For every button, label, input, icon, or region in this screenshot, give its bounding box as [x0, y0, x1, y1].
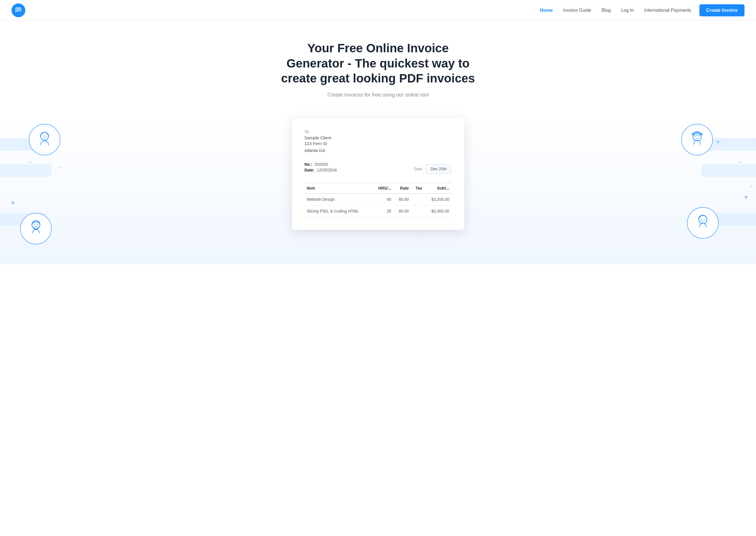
client-name: Sample Client	[305, 135, 452, 140]
svg-point-9	[698, 136, 699, 137]
invoice-date-row: Date:12/25/2016	[305, 168, 337, 172]
table-header-row: ItemHRS/...RateTaxSubt...	[305, 183, 452, 193]
table-row: Slicing PSD, & Coding HTML2580.00$2,000.…	[305, 205, 452, 217]
table-cell	[411, 205, 425, 217]
due-date-badge: Dec 25th	[426, 164, 451, 174]
svg-point-5	[37, 224, 38, 225]
nav-invoice-guide[interactable]: Invoice Guide	[563, 8, 591, 13]
decor-plus1: +	[29, 160, 32, 165]
avatar-left-top	[29, 124, 60, 155]
decor-plus-r2: +	[750, 184, 753, 189]
table-cell: Website Design	[305, 193, 373, 205]
table-cell: 80.00	[394, 193, 411, 205]
svg-point-4	[34, 224, 35, 225]
invoice-table-body: Website Design4080.00$3,200.00Slicing PS…	[305, 193, 452, 217]
hero-section: Your Free Online Invoice Generator - The…	[0, 21, 756, 98]
table-cell: 80.00	[394, 205, 411, 217]
to-label: To:	[305, 130, 452, 134]
logo-icon	[12, 3, 25, 17]
right-decor: ➤ + +	[675, 115, 756, 265]
number-label: No.:	[305, 162, 312, 167]
nav-international-payments[interactable]: International Payments	[644, 8, 691, 13]
svg-point-1	[43, 136, 44, 136]
hero-subtext: Create invoices for free using our onlin…	[6, 92, 750, 98]
svg-point-10	[699, 216, 707, 223]
table-cell: 25	[372, 205, 394, 217]
nav-home[interactable]: Home	[540, 8, 553, 13]
svg-point-11	[701, 219, 702, 220]
invoice-meta-left: No.:201000 Date:12/25/2016	[305, 162, 337, 174]
decor-plus2: +	[57, 165, 61, 171]
due-label: Due:	[414, 167, 423, 171]
table-col-header: Subt...	[425, 183, 452, 193]
due-box: Due: Dec 25th	[414, 164, 452, 174]
table-col-header: Rate	[394, 183, 411, 193]
svg-point-6	[693, 133, 701, 141]
number-value: 201000	[315, 162, 328, 167]
invoice-table: ItemHRS/...RateTaxSubt... Website Design…	[305, 183, 452, 217]
table-cell	[411, 193, 425, 205]
decor-dot-r1	[744, 196, 747, 198]
invoice-number-row: No.:201000	[305, 162, 337, 167]
invoice-meta: No.:201000 Date:12/25/2016 Due: Dec 25th	[305, 162, 452, 174]
invoice-card: To: Sample Client 123 Fern St Atlanta GA…	[292, 118, 464, 230]
address-line1: 123 Fern St	[305, 140, 452, 147]
avatar-left-bottom	[20, 213, 52, 245]
logo[interactable]	[12, 3, 25, 17]
table-cell: 40	[372, 193, 394, 205]
date-value: 12/25/2016	[317, 168, 337, 172]
nav-blog[interactable]: Blog	[601, 8, 611, 13]
invoice-to: To: Sample Client 123 Fern St Atlanta GA	[305, 130, 452, 154]
site-header: Home Invoice Guide Blog Log In Internati…	[0, 0, 756, 21]
table-cell: $2,000.00	[425, 205, 452, 217]
decor-dot1	[12, 201, 15, 204]
table-cell: Slicing PSD, & Coding HTML	[305, 205, 373, 217]
svg-point-12	[704, 219, 705, 220]
avatar-right-top	[681, 124, 713, 155]
receipt-icon	[15, 7, 22, 14]
svg-rect-7	[692, 133, 702, 135]
avatar-right-bottom	[687, 207, 719, 239]
svg-point-3	[32, 220, 40, 229]
hero-headline: Your Free Online Invoice Generator - The…	[278, 41, 479, 86]
address-line2: Atlanta GA	[305, 147, 452, 154]
arrow-right: ➤	[716, 138, 721, 145]
main-nav: Home Invoice Guide Blog Log In Internati…	[540, 8, 691, 13]
table-col-header: Tax	[411, 183, 425, 193]
create-invoice-button[interactable]: Create Invoice	[700, 4, 744, 17]
table-row: Website Design4080.00$3,200.00	[305, 193, 452, 205]
preview-section: + + To: Sample Client	[0, 115, 756, 265]
left-decor: + +	[0, 115, 81, 265]
svg-point-2	[46, 136, 47, 136]
nav-log-in[interactable]: Log In	[621, 8, 634, 13]
table-col-header: Item	[305, 183, 373, 193]
svg-point-8	[695, 136, 696, 137]
invoice-table-head: ItemHRS/...RateTaxSubt...	[305, 183, 452, 193]
table-col-header: HRS/...	[372, 183, 394, 193]
svg-point-0	[41, 132, 49, 140]
decor-plus-r1: +	[739, 160, 742, 165]
date-label: Date:	[305, 168, 315, 172]
table-cell: $3,200.00	[425, 193, 452, 205]
